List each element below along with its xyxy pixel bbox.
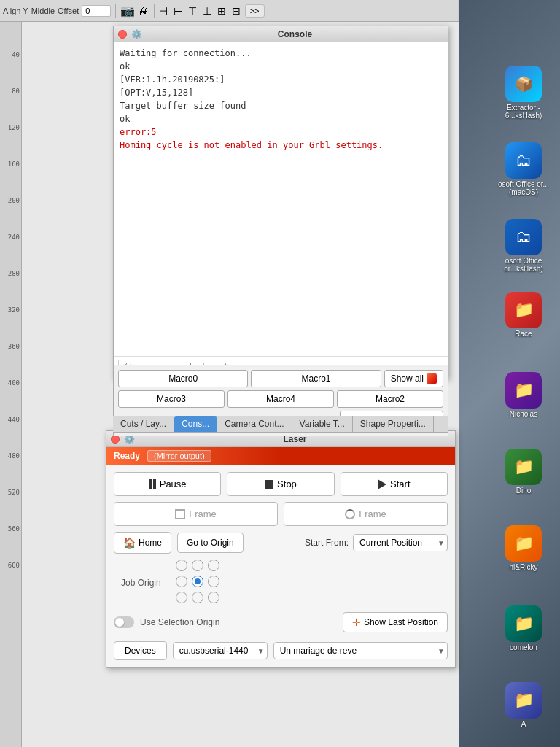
port-select-wrapper: cu.usbserial-1440 ▼ <box>173 642 268 659</box>
ruler-tick-480: 480 <box>8 452 20 460</box>
desktop-icon-office2[interactable]: 🗂 osoft Office or...ksHash) <box>491 219 556 273</box>
laser-ready-text: Ready <box>114 451 140 461</box>
selection-origin-toggle[interactable] <box>114 616 134 628</box>
desktop-icon-label: Nicholas <box>491 410 556 418</box>
tab-console[interactable]: Cons... <box>174 416 217 432</box>
macro3-button[interactable]: Macro3 <box>118 390 225 408</box>
mirror-output-button[interactable]: (Mirror output) <box>147 450 211 462</box>
stop-label: Stop <box>277 479 297 489</box>
tab-shape-properties[interactable]: Shape Properti... <box>353 416 434 432</box>
pause-bar-2 <box>153 479 156 489</box>
frame-spin-label: Frame <box>359 508 386 519</box>
desktop-icon-race[interactable]: 📁 Race <box>491 292 556 338</box>
show-last-position-button[interactable]: ✛ Show Last Position <box>343 612 448 632</box>
macro-row-2: Macro3 Macro4 Macro2 <box>118 390 443 408</box>
more-button[interactable]: >> <box>245 4 265 18</box>
home-origin-row: 🏠 Home Go to Origin Start From: Current … <box>114 532 448 554</box>
console-line-7: error:5 <box>120 125 442 139</box>
pause-icon <box>149 479 156 489</box>
ruler-tick-120: 120 <box>8 124 20 131</box>
console-output[interactable]: Waiting for connection... ok [VER:1.1h.2… <box>114 42 448 356</box>
tab-cuts-layers[interactable]: Cuts / Lay... <box>113 416 174 432</box>
crosshair-icon: ✛ <box>352 616 361 628</box>
macro1-button[interactable]: Macro1 <box>251 370 381 387</box>
middle-label: Middle <box>31 7 55 15</box>
ruler-left: 40 80 120 160 200 240 280 320 360 400 44… <box>0 22 22 747</box>
start-label: Start <box>390 479 410 489</box>
ruler-tick-360: 360 <box>8 343 20 350</box>
desktop-icon-label: osoft Office or...(macOS) <box>491 180 556 196</box>
play-icon <box>378 479 386 489</box>
radio-bot-right[interactable] <box>208 592 219 603</box>
toolbar-separator <box>115 4 116 18</box>
ruler-tick-240: 240 <box>8 233 20 241</box>
radio-mid-left[interactable] <box>176 576 187 587</box>
ruler-tick-160: 160 <box>8 160 20 168</box>
console-close-button[interactable] <box>118 30 127 39</box>
macro0-button[interactable]: Macro0 <box>118 370 248 387</box>
desktop-icon-label: Extractor - 6...ksHash) <box>491 104 556 120</box>
laser-control-area: Pause Stop Start Frame Frame <box>106 465 455 667</box>
frame-button[interactable]: Frame <box>114 502 278 526</box>
radio-mid-right[interactable] <box>208 576 219 587</box>
frame-controls-row: Frame Frame <box>114 502 448 526</box>
macro-row-1: Macro0 Macro1 Show all <box>118 370 443 387</box>
desktop-icon-nicholas[interactable]: 📁 Nicholas <box>491 372 556 418</box>
start-from-label: Start From: <box>305 538 349 548</box>
console-title: Console <box>147 29 443 39</box>
desktop-icon-office1[interactable]: 🗂 osoft Office or...(macOS) <box>491 142 556 196</box>
radio-mid-center[interactable] <box>192 576 203 587</box>
desktop-icon-a[interactable]: 📁 A <box>491 682 556 728</box>
position-select[interactable]: Current Position User Origin Absolute Co… <box>353 534 448 551</box>
desktop-icon-label: Race <box>491 330 556 338</box>
pause-button[interactable]: Pause <box>114 472 221 496</box>
macro2-button[interactable]: Macro2 <box>337 390 443 408</box>
stop-button[interactable]: Stop <box>227 472 334 496</box>
console-line-3: [VER:1.1h.20190825:] <box>120 73 442 86</box>
radio-top-right[interactable] <box>208 560 219 571</box>
playback-controls-row: Pause Stop Start <box>114 472 448 496</box>
desktop-icon-extractor[interactable]: 📦 Extractor - 6...ksHash) <box>491 66 556 120</box>
print-icon: 🖨 <box>138 4 149 18</box>
console-line-6: ok <box>120 112 442 125</box>
tab-variable[interactable]: Variable T... <box>292 416 353 432</box>
tab-camera-control[interactable]: Camera Cont... <box>217 416 292 432</box>
devices-button[interactable]: Devices <box>114 641 167 660</box>
laser-window: ⚙️ Laser Ready (Mirror output) Pause Sto… <box>106 430 456 668</box>
home-button[interactable]: 🏠 Home <box>114 532 171 554</box>
port-select[interactable]: cu.usbserial-1440 <box>173 642 268 659</box>
job-origin-row: Job Origin <box>114 560 448 606</box>
desktop-icon-label: Dino <box>491 487 556 495</box>
desktop-icon-dino[interactable]: 📁 Dino <box>491 449 556 495</box>
stop-icon <box>265 480 273 489</box>
radio-top-center[interactable] <box>192 560 203 571</box>
desktop-icon-label: ni&Ricky <box>491 563 556 571</box>
start-button[interactable]: Start <box>341 472 448 496</box>
radio-top-left[interactable] <box>176 560 187 571</box>
start-from-area: Start From: Current Position User Origin… <box>305 534 448 551</box>
desktop-icon-comelon[interactable]: 📁 comelon <box>491 605 556 651</box>
ruler-tick-400: 400 <box>8 379 20 387</box>
offset-input[interactable] <box>82 5 111 17</box>
radio-bot-left[interactable] <box>176 592 187 603</box>
selection-origin-label: Use Selection Origin <box>140 617 219 627</box>
ruler-tick-560: 560 <box>8 525 20 533</box>
console-line-1: Waiting for connection... <box>120 47 442 60</box>
console-line-8: Homing cycle is not enabled in your Grbl… <box>120 139 442 152</box>
go-to-origin-button[interactable]: Go to Origin <box>177 533 244 553</box>
toolbar: Align Y Middle Offset 📷 🖨 ⊣ ⊢ ⊤ ⊥ ⊞ ⊟ >> <box>0 0 458 22</box>
ruler-tick-200: 200 <box>8 197 20 204</box>
show-last-position-label: Show Last Position <box>364 617 438 627</box>
file-select[interactable]: Un mariage de reve <box>273 642 448 659</box>
laser-status-bar: Ready (Mirror output) <box>106 447 455 465</box>
frame-spin-button[interactable]: Frame <box>284 502 448 526</box>
desktop-icon-ricky[interactable]: 📁 ni&Ricky <box>491 525 556 571</box>
macro4-button[interactable]: Macro4 <box>228 390 334 408</box>
ruler-tick-600: 600 <box>8 562 20 569</box>
radio-bot-center[interactable] <box>192 592 203 603</box>
show-all-button[interactable]: Show all <box>384 370 443 387</box>
desktop-icon-label: osoft Office or...ksHash) <box>491 257 556 273</box>
toolbar-separator <box>154 4 155 18</box>
ruler-tick-280: 280 <box>8 270 20 277</box>
position-select-wrapper: Current Position User Origin Absolute Co… <box>353 534 448 551</box>
